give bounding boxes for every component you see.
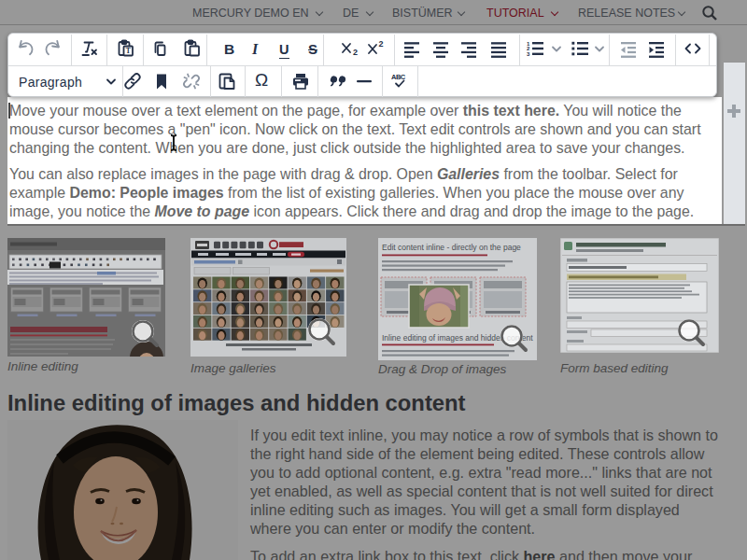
svg-text:T: T: [126, 47, 131, 55]
svg-text:2: 2: [379, 39, 384, 49]
svg-text:3: 3: [527, 51, 530, 57]
svg-text:2: 2: [353, 48, 358, 57]
svg-text:ABC: ABC: [391, 73, 406, 81]
svg-text:Edit content inline - directly: Edit content inline - directly on the pa…: [382, 243, 521, 252]
